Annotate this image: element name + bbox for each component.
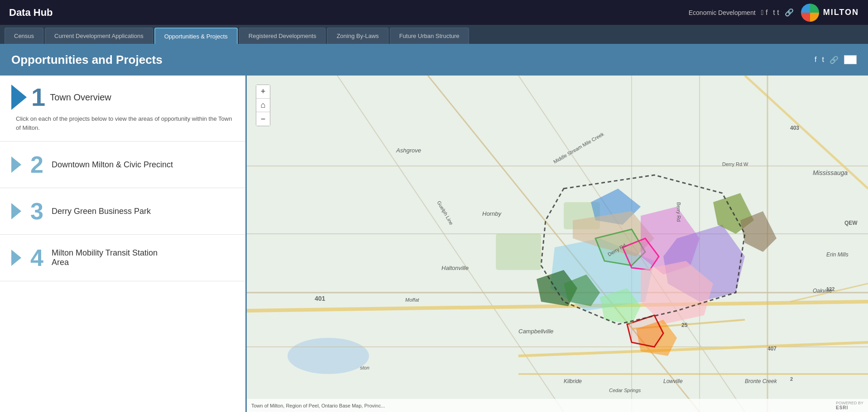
tab-opportunities-projects[interactable]: Opportunities & Projects bbox=[154, 28, 238, 44]
item-4-number: 4 bbox=[30, 246, 43, 270]
map-svg: 401 407 403 25 2 122 bbox=[247, 76, 868, 412]
page-header-bar: Opportunities and Projects f t 🔗 bbox=[0, 44, 868, 76]
logo-graphic bbox=[799, 2, 821, 24]
item-3-title: Derry Green Business Park bbox=[52, 207, 151, 216]
tab-current-dev-apps[interactable]: Current Development Applications bbox=[45, 28, 153, 44]
sidebar-item-1[interactable]: 1 Town Overview Click on each of the pro… bbox=[0, 76, 245, 142]
facebook-icon[interactable]:  f bbox=[761, 9, 768, 17]
item-3-number: 3 bbox=[30, 199, 43, 223]
item-1-title: Town Overview bbox=[50, 92, 111, 103]
item-2-title: Downtown Milton & Civic Precinct bbox=[52, 160, 173, 170]
item-4-title: Milton Mobility Transit Station bbox=[52, 248, 158, 258]
attribution-text: Town of Milton, Region of Peel, Ontario … bbox=[251, 403, 385, 408]
svg-text:ston: ston bbox=[360, 365, 369, 370]
app-title: Data Hub bbox=[9, 7, 53, 19]
svg-text:Moffat: Moffat bbox=[405, 297, 420, 303]
svg-text:Mississauga: Mississauga bbox=[813, 169, 848, 176]
item-4-arrow-icon bbox=[11, 250, 21, 266]
link-icon[interactable]: 🔗 bbox=[785, 8, 794, 17]
esri-powered-label: POWERED BY bbox=[836, 401, 863, 405]
item-1-arrow-icon bbox=[11, 85, 27, 110]
link-share-icon[interactable]: 🔗 bbox=[830, 56, 839, 64]
home-button[interactable]: ⌂ bbox=[256, 99, 270, 112]
map-controls: + ⌂ − bbox=[256, 85, 270, 126]
svg-text:401: 401 bbox=[315, 295, 326, 302]
sidebar-item-2[interactable]: 2 Downtown Milton & Civic Precinct bbox=[0, 142, 245, 188]
svg-text:2: 2 bbox=[790, 376, 793, 382]
eco-dev-label: Economic Development bbox=[689, 9, 756, 16]
svg-point-2 bbox=[288, 338, 369, 374]
item-2-arrow-icon bbox=[11, 156, 21, 173]
svg-text:Campbellville: Campbellville bbox=[518, 328, 553, 335]
sidebar-item-4[interactable]: 4 Milton Mobility Transit Station Area bbox=[0, 235, 245, 281]
svg-text:Oakville: Oakville bbox=[813, 288, 832, 294]
svg-text:Erin Mills: Erin Mills bbox=[826, 251, 849, 258]
tab-zoning-bylaws[interactable]: Zoning By-Laws bbox=[327, 28, 388, 44]
svg-text:Cedar Springs: Cedar Springs bbox=[609, 388, 641, 393]
zoom-in-button[interactable]: + bbox=[256, 85, 270, 99]
milton-logo: MILTON bbox=[799, 2, 859, 24]
svg-text:Ashgrove: Ashgrove bbox=[396, 147, 421, 154]
tab-census[interactable]: Census bbox=[5, 28, 43, 44]
svg-text:403: 403 bbox=[790, 125, 799, 131]
sidebar-item-3[interactable]: 3 Derry Green Business Park bbox=[0, 188, 245, 235]
sidebar: 1 Town Overview Click on each of the pro… bbox=[0, 76, 247, 412]
item-3-arrow-icon bbox=[11, 203, 21, 219]
svg-text:Derry Rd W: Derry Rd W bbox=[722, 161, 748, 167]
esri-logo: POWERED BY esri bbox=[836, 401, 863, 410]
item-4-content: Milton Mobility Transit Station Area bbox=[52, 248, 158, 267]
facebook-share-icon[interactable]: f bbox=[815, 56, 816, 64]
app-header: Data Hub Economic Development  f t t 🔗 … bbox=[0, 0, 868, 25]
svg-text:Berry Rd: Berry Rd bbox=[676, 202, 681, 222]
main-content: 1 Town Overview Click on each of the pro… bbox=[0, 76, 868, 412]
svg-text:407: 407 bbox=[767, 346, 777, 352]
svg-text:QEW: QEW bbox=[844, 220, 858, 226]
svg-rect-25 bbox=[496, 234, 541, 270]
item-1-description: Click on each of the projects below to v… bbox=[11, 114, 234, 132]
page-header-icons: f t 🔗 bbox=[815, 55, 857, 64]
svg-text:Hornby: Hornby bbox=[482, 210, 502, 217]
svg-text:25: 25 bbox=[681, 322, 688, 328]
page-title: Opportunities and Projects bbox=[11, 53, 163, 67]
svg-text:Bronte Creek: Bronte Creek bbox=[745, 378, 777, 384]
map-attribution-bar: Town of Milton, Region of Peel, Ontario … bbox=[247, 399, 868, 412]
svg-text:Lowville: Lowville bbox=[663, 378, 683, 384]
zoom-out-button[interactable]: − bbox=[256, 112, 270, 126]
tab-registered-devs[interactable]: Registered Developments bbox=[239, 28, 326, 44]
item-4-subtitle: Area bbox=[52, 258, 158, 267]
tab-future-urban[interactable]: Future Urban Structure bbox=[390, 28, 469, 44]
map-container[interactable]: 401 407 403 25 2 122 bbox=[247, 76, 868, 412]
svg-text:Haltonville: Haltonville bbox=[441, 265, 469, 271]
navigation-tabs: Census Current Development Applications … bbox=[0, 25, 868, 44]
logo-text: MILTON bbox=[823, 8, 859, 17]
svg-text:Kilbride: Kilbride bbox=[564, 378, 582, 384]
esri-name: esri bbox=[836, 405, 863, 410]
item-2-number: 2 bbox=[30, 153, 43, 176]
twitter-icon[interactable]: t t bbox=[773, 9, 779, 17]
flag-icon[interactable] bbox=[844, 55, 857, 64]
item-1-number: 1 bbox=[31, 85, 45, 110]
header-right-section: Economic Development  f t t 🔗 MILTON bbox=[689, 2, 859, 24]
twitter-share-icon[interactable]: t bbox=[822, 56, 824, 64]
